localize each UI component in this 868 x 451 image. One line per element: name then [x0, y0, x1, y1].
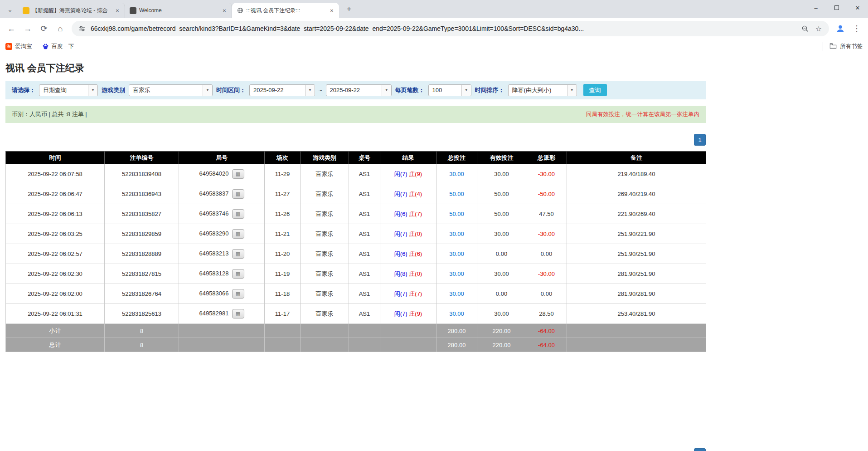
roadmap-button[interactable]: ▦ [232, 229, 244, 239]
cell-payout: 0.00 [526, 284, 567, 304]
url-text[interactable]: 66cxkj98.com/game/betrecord_search/kind3… [91, 25, 796, 32]
date-end-dropdown[interactable]: 2025-09-22 ▼ [326, 84, 392, 96]
cell-total-bet[interactable]: 30.00 [436, 264, 477, 284]
browser-tab-forum[interactable]: 【新提醒】海燕策略论坛 - 综合 ✕ [18, 3, 125, 18]
tab-close-icon[interactable]: ✕ [114, 7, 121, 14]
bookmark-baidu[interactable]: 百度一下 [42, 43, 74, 50]
cell-bet-id: 522831825613 [105, 304, 179, 324]
cell-result: 闲(7) 庄(0) [380, 224, 436, 244]
cell-session: 11-18 [265, 284, 301, 304]
table-row: 2025-09-22 06:02:00 522831826764 6495830… [6, 284, 706, 304]
round-number: 649583746 [199, 210, 228, 217]
zoom-icon[interactable] [800, 24, 810, 34]
header-time: 时间 [6, 152, 105, 164]
grand-total-row: 总计 8 280.00 220.00 -64.00 [6, 338, 706, 352]
summary-empty-cell [301, 338, 349, 352]
reload-button[interactable]: ⟳ [36, 21, 52, 36]
browser-menu-icon[interactable]: ⋮ [849, 21, 864, 36]
result-banker: 庄(9) [409, 310, 422, 317]
roadmap-button[interactable]: ▦ [232, 169, 244, 179]
grand-total-valid-bet: 220.00 [477, 338, 526, 352]
result-banker: 庄(7) [409, 211, 422, 217]
grand-total-total-bet: 280.00 [436, 338, 477, 352]
roadmap-button[interactable]: ▦ [232, 209, 244, 219]
round-number: 649583066 [199, 290, 228, 297]
select-mode-dropdown[interactable]: 日期查询 ▼ [39, 84, 98, 96]
close-button[interactable]: ✕ [847, 0, 868, 15]
chevron-down-icon[interactable]: ▼ [461, 85, 471, 96]
forward-button[interactable]: → [20, 21, 35, 36]
chevron-down-icon[interactable]: ▼ [382, 85, 391, 96]
sort-order-dropdown[interactable]: 降幂(由大到小) ▼ [508, 84, 577, 96]
summary-empty-cell [349, 324, 380, 338]
cell-valid-bet: 30.00 [477, 224, 526, 244]
new-tab-button[interactable]: + [343, 3, 355, 15]
roadmap-button[interactable]: ▦ [232, 189, 244, 199]
cell-valid-bet: 30.00 [477, 164, 526, 184]
table-row: 2025-09-22 06:02:57 522831828889 6495832… [6, 244, 706, 264]
chevron-down-icon[interactable]: ▼ [305, 85, 315, 96]
cell-total-bet[interactable]: 50.00 [436, 184, 477, 204]
page-1-button[interactable]: 1 [694, 448, 706, 451]
roadmap-button[interactable]: ▦ [232, 249, 244, 259]
subtotal-label: 小计 [6, 324, 105, 338]
cell-total-bet[interactable]: 30.00 [436, 304, 477, 324]
page-1-button[interactable]: 1 [694, 134, 706, 146]
round-number: 649583128 [199, 270, 228, 277]
maximize-button[interactable] [826, 0, 847, 15]
bookmark-star-icon[interactable]: ☆ [814, 24, 824, 34]
summary-empty-cell [567, 338, 706, 352]
cell-session: 11-29 [265, 164, 301, 184]
select-mode-label: 请选择： [12, 86, 35, 94]
result-player: 闲(7) [394, 310, 407, 317]
cell-total-bet[interactable]: 30.00 [436, 164, 477, 184]
cell-time: 2025-09-22 06:06:13 [6, 204, 105, 224]
address-bar[interactable]: 66cxkj98.com/game/betrecord_search/kind3… [72, 21, 829, 36]
per-page-dropdown[interactable]: 100 ▼ [428, 84, 471, 96]
cell-total-bet[interactable]: 50.00 [436, 204, 477, 224]
cell-payout: 28.50 [526, 304, 567, 324]
cell-payout: -30.00 [526, 224, 567, 244]
grand-total-payout: -64.00 [526, 338, 567, 352]
game-type-dropdown[interactable]: 百家乐 ▼ [129, 84, 213, 96]
pagination-top: 1 [5, 134, 706, 146]
roadmap-button[interactable]: ▦ [232, 289, 244, 299]
roadmap-icon: ▦ [236, 291, 240, 296]
table-row: 2025-09-22 06:07:58 522831839408 6495840… [6, 164, 706, 184]
browser-tab-welcome[interactable]: Welcome ✕ [125, 3, 232, 18]
summary-empty-cell [265, 324, 301, 338]
tab-close-icon[interactable]: ✕ [221, 7, 228, 14]
minimize-button[interactable]: – [805, 0, 826, 15]
tab-close-icon[interactable]: ✕ [328, 7, 335, 14]
cell-round: 649584020▦ [179, 164, 265, 184]
back-button[interactable]: ← [4, 21, 19, 36]
home-button[interactable]: ⌂ [53, 21, 68, 36]
search-button[interactable]: 查询 [583, 84, 607, 96]
cell-total-bet[interactable]: 30.00 [436, 284, 477, 304]
bookmark-taobao[interactable]: 淘 爱淘宝 [5, 43, 32, 50]
cell-total-bet[interactable]: 30.00 [436, 244, 477, 264]
profile-avatar-icon[interactable] [833, 21, 848, 36]
roadmap-icon: ▦ [236, 171, 240, 176]
chevron-down-icon[interactable]: ▼ [567, 85, 577, 96]
roadmap-icon: ▦ [236, 211, 240, 216]
cell-total-bet[interactable]: 30.00 [436, 224, 477, 244]
browser-tab-betrecord-active[interactable]: :::视讯 会员下注纪录::: ✕ [232, 3, 339, 18]
cell-bet-id: 522831829859 [105, 224, 179, 244]
site-settings-icon[interactable] [77, 24, 87, 34]
welcome-favicon-icon [130, 7, 136, 14]
round-number: 649582981 [199, 310, 228, 317]
chevron-down-icon[interactable]: ▼ [88, 85, 97, 96]
browser-toolbar: ← → ⟳ ⌂ 66cxkj98.com/game/betrecord_sear… [0, 18, 868, 39]
date-start-dropdown[interactable]: 2025-09-22 ▼ [249, 84, 315, 96]
cell-session: 11-26 [265, 204, 301, 224]
all-bookmarks[interactable]: 所有书签 [823, 42, 863, 51]
result-banker: 庄(7) [409, 290, 422, 297]
roadmap-button[interactable]: ▦ [232, 269, 244, 279]
chevron-down-icon[interactable]: ▼ [203, 85, 212, 96]
header-round: 局号 [179, 152, 265, 164]
tab-strip: ⌄ 【新提醒】海燕策略论坛 - 综合 ✕ Welcome ✕ :::视讯 会员下… [0, 0, 805, 18]
roadmap-button[interactable]: ▦ [232, 309, 244, 319]
bookmark-label: 爱淘宝 [15, 43, 32, 50]
tab-search-chevron-icon[interactable]: ⌄ [4, 3, 16, 16]
